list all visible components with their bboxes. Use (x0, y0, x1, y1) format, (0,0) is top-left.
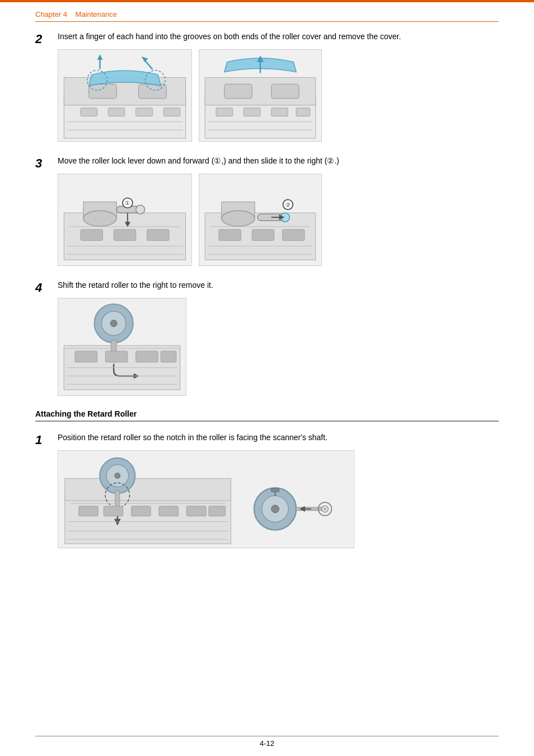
svg-point-55 (110, 320, 117, 327)
step-3-image-1: ① (58, 174, 192, 266)
svg-rect-49 (219, 230, 241, 241)
svg-point-84 (324, 507, 326, 510)
step-3-number: 3 (35, 155, 58, 266)
svg-rect-37 (114, 230, 136, 241)
step-2-image-2 (199, 49, 322, 142)
attach-step-1-images (58, 450, 499, 548)
svg-rect-12 (108, 108, 125, 116)
svg-rect-13 (136, 108, 153, 116)
main-content: 2 Insert a finger of each hand into the … (35, 31, 499, 562)
step-4-image-1 (58, 298, 186, 396)
svg-rect-72 (132, 506, 151, 516)
svg-point-31 (136, 205, 145, 214)
attach-step-1-image (58, 450, 354, 548)
page-container: Chapter 4 Maintenance 2 Insert a finger … (0, 0, 534, 756)
step-4-images (58, 298, 499, 396)
svg-point-29 (83, 211, 116, 226)
svg-point-42 (222, 211, 255, 226)
section-heading: Attaching the Retard Roller (35, 409, 499, 418)
svg-point-79 (271, 505, 279, 512)
svg-rect-70 (79, 506, 99, 516)
svg-rect-23 (243, 108, 260, 116)
chapter-title: Maintenance (76, 10, 117, 18)
svg-rect-61 (161, 351, 176, 362)
svg-rect-51 (283, 230, 305, 241)
svg-rect-19 (271, 84, 299, 99)
step-4: 4 Shift the retard roller to the right t… (35, 279, 499, 396)
step-2-images (58, 49, 499, 142)
section-divider (35, 421, 499, 422)
step-2-number: 2 (35, 31, 58, 142)
svg-rect-24 (271, 108, 288, 116)
footer-page-number: 4-12 (0, 739, 534, 748)
step-2: 2 Insert a finger of each hand into the … (35, 31, 499, 142)
svg-rect-74 (186, 506, 206, 516)
step-3-image-2: ② (199, 174, 322, 266)
attach-step-1-content: Position the retard roller so the notch … (58, 432, 499, 548)
step-3-content: Move the roller lock lever down and forw… (58, 155, 499, 266)
step-3-text: Move the roller lock lever down and forw… (58, 155, 499, 167)
step-2-text: Insert a finger of each hand into the gr… (58, 31, 499, 43)
step-2-image-1 (58, 49, 192, 142)
svg-rect-58 (75, 351, 97, 362)
svg-rect-73 (159, 506, 179, 516)
svg-rect-60 (136, 351, 158, 362)
svg-rect-50 (252, 230, 274, 241)
svg-text:②: ② (285, 202, 291, 208)
svg-rect-80 (271, 488, 279, 492)
svg-rect-38 (147, 230, 170, 241)
svg-rect-59 (105, 351, 128, 362)
svg-point-65 (115, 473, 120, 478)
step-4-content: Shift the retard roller to the right to … (58, 279, 499, 396)
header-breadcrumb: Chapter 4 Maintenance (35, 10, 117, 18)
chapter-label: Chapter 4 (35, 10, 67, 18)
svg-rect-25 (296, 108, 310, 116)
header-bar (0, 0, 534, 2)
svg-rect-71 (104, 506, 123, 516)
svg-rect-18 (224, 84, 252, 99)
step-4-number: 4 (35, 279, 58, 396)
svg-rect-36 (81, 230, 103, 241)
footer-divider (35, 736, 499, 736)
step-3-images: ① (58, 174, 499, 266)
step-2-content: Insert a finger of each hand into the gr… (58, 31, 499, 142)
svg-rect-11 (81, 108, 97, 116)
attach-step-1: 1 Position the retard roller so the notc… (35, 432, 499, 548)
svg-rect-3 (89, 84, 116, 99)
attach-step-1-number: 1 (35, 432, 58, 548)
header-divider (35, 21, 499, 22)
svg-rect-75 (209, 506, 226, 516)
step-4-text: Shift the retard roller to the right to … (58, 279, 499, 291)
attach-step-1-text: Position the retard roller so the notch … (58, 432, 499, 444)
step-3: 3 Move the roller lock lever down and fo… (35, 155, 499, 266)
svg-text:①: ① (125, 200, 130, 206)
svg-rect-14 (163, 108, 180, 116)
svg-rect-4 (139, 84, 166, 99)
svg-rect-22 (216, 108, 233, 116)
